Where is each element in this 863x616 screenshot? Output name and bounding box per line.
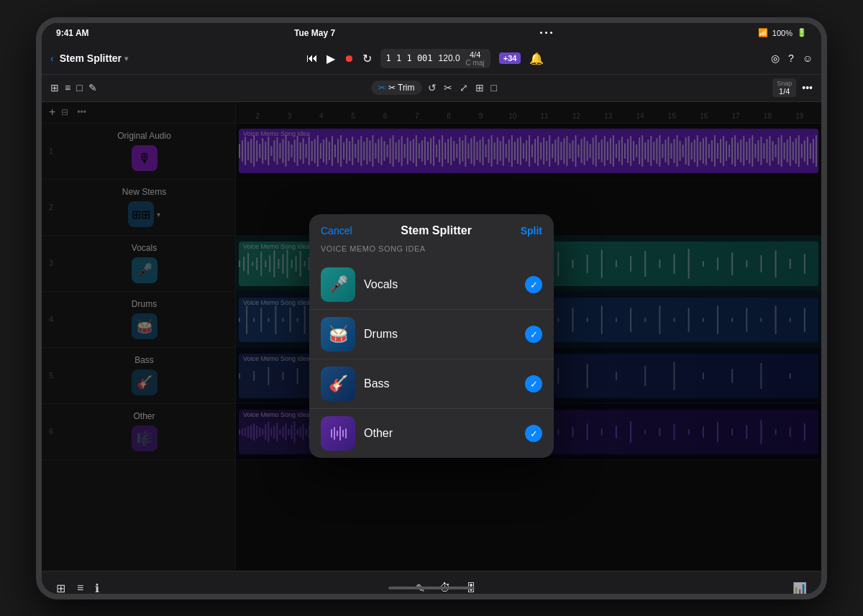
status-time: 9:41 AM xyxy=(56,28,89,38)
key-display: C maj xyxy=(466,59,485,67)
vocals-label: Vocals xyxy=(364,278,516,291)
svg-rect-408 xyxy=(337,431,338,436)
bass-label: Bass xyxy=(364,377,516,390)
modal-subtitle: VOICE MEMO SONG IDEA xyxy=(309,244,554,260)
vocals-icon: 🎤 xyxy=(321,267,355,302)
list-view-icon[interactable]: ≡ xyxy=(65,82,70,93)
copy-icon[interactable]: ⊞ xyxy=(475,82,484,93)
position-numbers: 1 1 1 001 xyxy=(386,53,433,63)
help-button[interactable]: ? xyxy=(788,52,794,64)
scissors-icon: ✂ xyxy=(378,83,385,93)
bottom-right-icons: 📊 xyxy=(793,581,807,595)
time-sig: 4/4 xyxy=(470,50,480,59)
trim-button[interactable]: ✂ ✂ Trim xyxy=(371,81,422,95)
bass-checkbox[interactable]: ✓ xyxy=(525,375,542,392)
stem-drums-item[interactable]: 🥁 Drums ✓ xyxy=(309,309,554,359)
play-button[interactable]: ▶ xyxy=(327,52,335,65)
svg-rect-409 xyxy=(339,426,341,441)
info-icon[interactable]: ℹ xyxy=(95,581,99,595)
stem-splitter-modal: Cancel Stem Splitter Split VOICE MEMO SO… xyxy=(309,214,554,458)
status-bar: 9:41 AM Tue May 7 📶 100% 🔋 xyxy=(42,23,821,43)
other-label: Other xyxy=(364,427,516,440)
svg-rect-407 xyxy=(334,427,335,440)
cut-icon[interactable]: ✂ xyxy=(444,82,452,93)
svg-rect-406 xyxy=(331,429,332,438)
status-right: 📶 100% 🔋 xyxy=(758,28,807,37)
wifi-icon: 📶 xyxy=(758,28,768,37)
modal-overlay: Cancel Stem Splitter Split VOICE MEMO SO… xyxy=(42,102,821,571)
battery-icon: 🔋 xyxy=(797,28,807,37)
title-chevron-icon[interactable]: ▾ xyxy=(124,55,128,63)
bpm-display: 120.0 xyxy=(439,53,460,63)
toolbar-center: ✂ ✂ Trim ↺ ✂ ⤢ ⊞ □ xyxy=(371,81,498,95)
snap-label: Snap xyxy=(777,80,792,87)
toolbar-right: Snap 1/4 ••• xyxy=(772,78,813,97)
other-checkbox[interactable]: ✓ xyxy=(525,425,542,442)
toolbar-left: ⊞ ≡ □ ✎ xyxy=(50,82,97,93)
resize-icon[interactable]: ⤢ xyxy=(460,82,468,93)
drums-label: Drums xyxy=(364,328,516,341)
smart-controls-icon[interactable]: ✎ xyxy=(88,82,97,93)
other-icon xyxy=(321,416,355,451)
browser-icon[interactable]: ≡ xyxy=(77,581,83,595)
status-center xyxy=(540,32,552,34)
app-title: Stem Splitter ▾ xyxy=(60,52,128,64)
browser-icon[interactable]: □ xyxy=(76,82,82,93)
search-button[interactable]: ◎ xyxy=(771,52,780,64)
split-button[interactable]: Split xyxy=(521,225,542,236)
undo-icon[interactable]: ↺ xyxy=(428,82,437,93)
title-bar: ‹ Stem Splitter ▾ ⏮ ▶ ⏺ ↻ 1 1 1 001 120.… xyxy=(42,43,821,75)
cancel-button[interactable]: Cancel xyxy=(321,225,352,236)
tuner-icon[interactable]: 🔔 xyxy=(529,52,544,65)
stem-vocals-item[interactable]: 🎤 Vocals ✓ xyxy=(309,260,554,309)
bottom-left-icons: ⊞ ≡ ℹ xyxy=(56,581,99,595)
battery-label: 100% xyxy=(772,29,793,37)
profile-button[interactable]: ☺ xyxy=(803,52,813,64)
drums-checkbox[interactable]: ✓ xyxy=(525,326,542,343)
vocals-checkbox[interactable]: ✓ xyxy=(525,276,542,293)
position-display: 1 1 1 001 120.0 4/4 C maj xyxy=(380,49,490,68)
drums-icon: 🥁 xyxy=(321,317,355,351)
paste-icon[interactable]: □ xyxy=(491,82,497,93)
loop-button[interactable]: ↻ xyxy=(362,52,372,65)
grid-view-icon[interactable]: ⊞ xyxy=(50,82,59,93)
modal-header: Cancel Stem Splitter Split xyxy=(309,214,554,244)
svg-rect-411 xyxy=(345,428,347,438)
stem-bass-item[interactable]: 🎸 Bass ✓ xyxy=(309,359,554,408)
skip-back-button[interactable]: ⏮ xyxy=(306,52,318,65)
status-date: Tue May 7 xyxy=(294,28,335,38)
toolbar: ⊞ ≡ □ ✎ ✂ ✂ Trim ↺ ✂ ⤢ ⊞ □ Snap 1/4 ••• xyxy=(42,75,821,102)
ai-badge[interactable]: +34 xyxy=(499,52,521,64)
record-button[interactable]: ⏺ xyxy=(344,52,354,64)
bottom-bar: ⊞ ≡ ℹ ✎ ⏱ 🎛 📊 xyxy=(42,571,821,599)
library-icon[interactable]: ⊞ xyxy=(56,581,65,595)
bass-icon: 🎸 xyxy=(321,367,355,401)
more-options-button[interactable]: ••• xyxy=(802,82,813,93)
stem-other-item[interactable]: Other ✓ xyxy=(309,408,554,458)
transport-controls: ⏮ ▶ ⏺ ↻ 1 1 1 001 120.0 4/4 C maj +34 🔔 xyxy=(306,49,544,68)
snap-display: Snap 1/4 xyxy=(772,78,796,97)
piano-icon[interactable]: 📊 xyxy=(793,582,807,594)
svg-rect-410 xyxy=(342,430,344,437)
home-indicator xyxy=(388,587,475,589)
ipad-frame: 9:41 AM Tue May 7 📶 100% 🔋 ‹ Stem Splitt… xyxy=(36,17,827,599)
snap-value: 1/4 xyxy=(779,87,790,96)
modal-title: Stem Splitter xyxy=(401,224,472,237)
back-button[interactable]: ‹ xyxy=(50,52,54,64)
main-content: + ⊟ ••• 1 Original Audio 🎙 2 New Stems ⊞… xyxy=(42,102,821,571)
title-right-icons: ◎ ? ☺ xyxy=(771,52,813,64)
trim-label: ✂ Trim xyxy=(388,83,415,93)
